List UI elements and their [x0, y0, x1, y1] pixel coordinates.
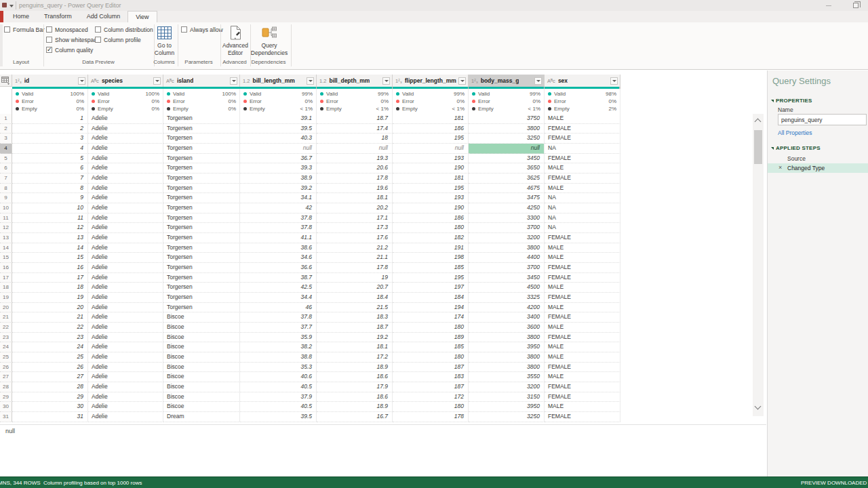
table-cell[interactable]: 18.3	[317, 312, 393, 323]
table-cell[interactable]: 42.5	[240, 283, 317, 293]
table-cell[interactable]: 4	[12, 144, 88, 154]
table-cell[interactable]: 17.6	[317, 233, 393, 243]
table-cell[interactable]: 3750	[469, 114, 545, 124]
table-cell[interactable]: 5	[12, 154, 88, 164]
table-cell[interactable]: FEMALE	[545, 124, 620, 134]
table-cell[interactable]: 21	[12, 312, 88, 323]
table-cell[interactable]: Torgersen	[163, 174, 240, 184]
table-cell[interactable]: 3800	[469, 124, 545, 134]
table-cell[interactable]: 39.5	[240, 124, 317, 134]
table-cell[interactable]: Adelie	[88, 184, 163, 194]
table-cell[interactable]: NA	[545, 193, 620, 203]
table-cell[interactable]: 3475	[469, 193, 545, 203]
table-cell[interactable]: NA	[545, 203, 620, 214]
table-cell[interactable]: Biscoe	[163, 363, 240, 373]
table-cell[interactable]: 180	[393, 352, 469, 363]
table-cell[interactable]: 7	[12, 174, 88, 184]
table-cell[interactable]: 10	[12, 203, 88, 214]
table-cell[interactable]: 21.5	[317, 303, 393, 313]
table-cell[interactable]: 182	[393, 233, 469, 243]
filter-dropdown-button[interactable]	[307, 77, 314, 85]
table-cell[interactable]: NA	[545, 223, 620, 233]
table-cell[interactable]: Adelie	[88, 402, 163, 412]
table-cell[interactable]: FEMALE	[545, 273, 620, 283]
table-cell[interactable]: 24	[12, 342, 88, 352]
applied-steps-section-header[interactable]: APPLIED STEPS	[771, 145, 821, 151]
table-cell[interactable]: 195	[393, 273, 469, 283]
table-cell[interactable]: Torgersen	[163, 293, 240, 303]
table-cell[interactable]: 8	[12, 184, 88, 194]
table-cell[interactable]: FEMALE	[545, 293, 620, 303]
filter-dropdown-button[interactable]	[230, 77, 237, 85]
row-number[interactable]: 19	[0, 293, 12, 303]
table-cell[interactable]: 39.3	[240, 163, 317, 174]
table-cell[interactable]: 21.1	[317, 253, 393, 263]
file-tab-sliver[interactable]	[0, 11, 3, 22]
table-cell[interactable]: Torgersen	[163, 243, 240, 253]
table-cell[interactable]: 18	[12, 283, 88, 293]
table-cell[interactable]: MALE	[545, 303, 620, 313]
table-cell[interactable]: 3250	[469, 134, 545, 144]
checkbox-show-whitespace[interactable]: Show whitespace	[46, 36, 100, 43]
table-cell[interactable]: 17.4	[317, 124, 393, 134]
row-number[interactable]: 13	[0, 233, 12, 243]
table-cell[interactable]: 184	[393, 293, 469, 303]
table-cell[interactable]: 12	[12, 223, 88, 233]
table-cell[interactable]: Torgersen	[163, 154, 240, 164]
scroll-down-icon[interactable]	[755, 403, 762, 410]
table-cell[interactable]: 37.8	[240, 223, 317, 233]
row-number[interactable]: 24	[0, 342, 12, 352]
table-cell[interactable]: 3700	[469, 263, 545, 273]
row-number[interactable]: 14	[0, 243, 12, 253]
table-cell[interactable]: 187	[393, 363, 469, 373]
row-number[interactable]: 25	[0, 352, 12, 363]
column-header-flipper_length_mm[interactable]: 1²₃flipper_length_mm	[393, 75, 469, 87]
column-header-id[interactable]: 1²₃id	[12, 75, 88, 87]
table-cell[interactable]: 3700	[469, 223, 545, 233]
table-cell[interactable]: Adelie	[88, 144, 163, 154]
table-cell[interactable]: 37.7	[240, 323, 317, 333]
table-cell[interactable]: 40.6	[240, 372, 317, 382]
row-number[interactable]: 4	[0, 144, 12, 154]
scrollbar-thumb[interactable]	[754, 130, 762, 164]
table-cell[interactable]: 3800	[469, 363, 545, 373]
row-number[interactable]: 11	[0, 214, 12, 224]
table-cell[interactable]: 39.5	[240, 412, 317, 422]
row-number[interactable]: 20	[0, 303, 12, 313]
tab-home[interactable]: Home	[5, 11, 37, 22]
table-cell[interactable]: 16.7	[317, 412, 393, 422]
table-cell[interactable]: MALE	[545, 163, 620, 174]
table-cell[interactable]: 18.9	[317, 402, 393, 412]
table-cell[interactable]: Biscoe	[163, 312, 240, 323]
table-cell[interactable]: MALE	[545, 243, 620, 253]
table-cell[interactable]: 3450	[469, 154, 545, 164]
table-cell[interactable]: MALE	[545, 342, 620, 352]
row-number[interactable]: 5	[0, 154, 12, 164]
row-number[interactable]: 29	[0, 392, 12, 403]
table-cell[interactable]: Torgersen	[163, 124, 240, 134]
table-cell[interactable]: 40.5	[240, 382, 317, 392]
table-cell[interactable]: Torgersen	[163, 193, 240, 203]
table-cell[interactable]: 38.7	[240, 273, 317, 283]
table-cell[interactable]: 18.7	[317, 114, 393, 124]
table-cell[interactable]: FEMALE	[545, 233, 620, 243]
table-cell[interactable]: MALE	[545, 323, 620, 333]
checkbox-monospaced[interactable]: Monospaced	[46, 26, 100, 33]
table-cell[interactable]: 36.7	[240, 154, 317, 164]
table-cell[interactable]: 172	[393, 392, 469, 403]
row-number[interactable]: 16	[0, 263, 12, 273]
table-cell[interactable]: 40.5	[240, 402, 317, 412]
column-header-island[interactable]: Aᴮᴄisland	[163, 75, 240, 87]
table-cell[interactable]: Dream	[163, 412, 240, 422]
table-cell[interactable]: 41.1	[240, 233, 317, 243]
checkbox-column-profile[interactable]: Column profile	[95, 36, 153, 43]
table-cell[interactable]: 34.4	[240, 293, 317, 303]
table-cell[interactable]: 4250	[469, 203, 545, 214]
row-number[interactable]: 10	[0, 203, 12, 214]
table-cell[interactable]: null	[469, 144, 545, 154]
table-cell[interactable]: Biscoe	[163, 372, 240, 382]
table-cell[interactable]: 38.9	[240, 174, 317, 184]
table-cell[interactable]: 38.2	[240, 342, 317, 352]
table-cell[interactable]: Torgersen	[163, 203, 240, 214]
table-cell[interactable]: 17.8	[317, 263, 393, 273]
